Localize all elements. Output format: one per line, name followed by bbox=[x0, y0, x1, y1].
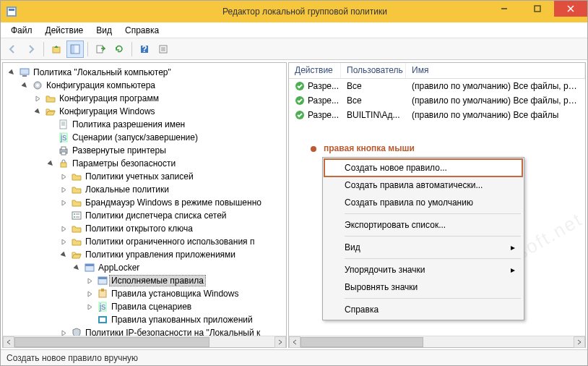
expand-icon[interactable] bbox=[33, 95, 42, 102]
help-button[interactable]: ? bbox=[136, 41, 153, 58]
collapse-icon[interactable] bbox=[46, 161, 55, 167]
tree-exe-rules[interactable]: Исполняемые правила bbox=[6, 274, 286, 287]
tree-label: Политики открытого ключа bbox=[85, 224, 193, 234]
list-row[interactable]: Разре...Все(правило по умолчанию) Все фа… bbox=[289, 79, 585, 93]
gear-icon bbox=[32, 80, 43, 91]
ctx-arrange[interactable]: Упорядочить значки▸ bbox=[324, 261, 522, 278]
expand-icon[interactable] bbox=[59, 239, 68, 245]
tree-label: Конфигурация компьютера bbox=[46, 80, 155, 90]
tree-applocker[interactable]: AppLocker bbox=[6, 261, 286, 274]
forward-button[interactable] bbox=[22, 41, 40, 58]
minimize-button[interactable] bbox=[488, 1, 521, 17]
expand-icon[interactable] bbox=[59, 226, 68, 232]
tree-label: Брандмауэр Windows в режиме повышенно bbox=[85, 197, 261, 208]
collapse-icon[interactable] bbox=[72, 265, 81, 271]
svg-rect-19 bbox=[22, 75, 27, 77]
tree-hscrollbar[interactable] bbox=[3, 336, 286, 347]
app-icon bbox=[1, 7, 22, 17]
export-button[interactable] bbox=[92, 41, 109, 58]
list-hscrollbar[interactable] bbox=[289, 336, 585, 347]
expand-icon[interactable] bbox=[59, 200, 68, 206]
msi-icon bbox=[97, 288, 108, 299]
properties-button[interactable] bbox=[155, 41, 172, 58]
collapse-icon[interactable] bbox=[59, 252, 68, 258]
maximize-button[interactable] bbox=[521, 1, 554, 17]
shield-icon bbox=[71, 327, 82, 336]
menu-file[interactable]: Файл bbox=[5, 24, 38, 37]
col-user[interactable]: Пользователь bbox=[341, 63, 406, 78]
menu-view[interactable]: Вид bbox=[90, 24, 118, 37]
tree-root[interactable]: Политика "Локальный компьютер" bbox=[6, 66, 286, 79]
tree-comp-conf[interactable]: Конфигурация компьютера bbox=[6, 79, 286, 92]
tree-sec[interactable]: Параметры безопасности bbox=[6, 157, 286, 170]
list-row[interactable]: Разре...BUILTIN\Ад...(правило по умолчан… bbox=[289, 108, 585, 122]
expand-icon[interactable] bbox=[85, 291, 94, 297]
close-button[interactable] bbox=[554, 1, 587, 17]
expand-icon[interactable] bbox=[59, 187, 68, 193]
scroll-left-button[interactable] bbox=[3, 336, 14, 348]
collapse-icon[interactable] bbox=[33, 108, 42, 115]
title-bar: Редактор локальной групповой политики bbox=[1, 1, 587, 22]
folder-icon bbox=[71, 236, 82, 247]
submenu-arrow-icon: ▸ bbox=[511, 265, 515, 275]
ctx-separator bbox=[345, 213, 521, 214]
refresh-button[interactable] bbox=[111, 41, 128, 58]
list-body[interactable]: Разре...Все(правило по умолчанию) Все фа… bbox=[289, 79, 585, 336]
ctx-export[interactable]: Экспортировать список... bbox=[324, 216, 522, 234]
svg-rect-8 bbox=[71, 45, 74, 54]
tree-pubkey[interactable]: Политики открытого ключа bbox=[6, 222, 286, 235]
tree-netlist[interactable]: Политики диспетчера списка сетей bbox=[6, 209, 286, 222]
tree-label: Конфигурация Windows bbox=[59, 106, 155, 116]
back-button[interactable] bbox=[4, 41, 21, 58]
col-name[interactable]: Имя bbox=[406, 63, 585, 78]
tree-label: Локальные политики bbox=[85, 184, 169, 195]
ctx-help[interactable]: Справка bbox=[324, 301, 522, 318]
tree-srp[interactable]: Политики ограниченного использования п bbox=[6, 235, 286, 248]
expand-icon[interactable] bbox=[59, 174, 68, 180]
tree-ipsec[interactable]: Политики IP-безопасности на "Локальный к bbox=[6, 326, 286, 336]
scroll-right-button[interactable] bbox=[274, 336, 286, 348]
scroll-right-button[interactable] bbox=[574, 336, 585, 348]
tree-printers[interactable]: Развернутые принтеры bbox=[6, 144, 286, 157]
expand-icon[interactable] bbox=[85, 278, 94, 284]
tree-pane: Политика "Локальный компьютер"Конфигурац… bbox=[2, 62, 287, 348]
list-row[interactable]: Разре...Все(правило по умолчанию) Все фа… bbox=[289, 93, 585, 108]
svg-rect-31 bbox=[61, 163, 66, 167]
collapse-icon[interactable] bbox=[7, 69, 16, 76]
folder-icon bbox=[71, 171, 82, 182]
tree-scripts[interactable]: jsСценарии (запуск/завершение) bbox=[6, 131, 286, 144]
ctx-new-rule[interactable]: Создать новое правило... bbox=[324, 159, 522, 176]
tree-msi-rules[interactable]: Правила установщика Windows bbox=[6, 287, 286, 300]
scroll-left-button[interactable] bbox=[289, 336, 301, 348]
svg-rect-46 bbox=[100, 318, 105, 322]
expand-icon[interactable] bbox=[85, 304, 94, 310]
tree-acct[interactable]: Политики учетных записей bbox=[6, 170, 286, 183]
col-action[interactable]: Действие bbox=[289, 63, 341, 78]
tree-local[interactable]: Локальные политики bbox=[6, 183, 286, 196]
tree-label: Политики IP-безопасности на "Локальный к bbox=[85, 328, 260, 336]
tree-appctrl[interactable]: Политики управления приложениями bbox=[6, 248, 286, 261]
collapse-icon[interactable] bbox=[20, 82, 29, 89]
menu-help[interactable]: Справка bbox=[119, 24, 165, 37]
tree-view[interactable]: Политика "Локальный компьютер"Конфигурац… bbox=[3, 63, 286, 336]
printer-icon bbox=[58, 145, 69, 156]
ctx-align[interactable]: Выровнять значки bbox=[324, 278, 522, 296]
netlist-icon bbox=[71, 210, 82, 221]
tree-packaged-rules[interactable]: Правила упакованных приложений bbox=[6, 313, 286, 326]
cell-user: Все bbox=[344, 81, 409, 91]
tree-fw[interactable]: Брандмауэр Windows в режиме повышенно bbox=[6, 196, 286, 209]
expand-icon[interactable] bbox=[59, 330, 68, 336]
context-menu: Создать новое правило... Создать правила… bbox=[322, 157, 524, 320]
tree-script-rules[interactable]: jsПравила сценариев bbox=[6, 300, 286, 313]
tree-prog-conf[interactable]: Конфигурация программ bbox=[6, 92, 286, 105]
menu-action[interactable]: Действие bbox=[40, 24, 90, 37]
show-hide-tree-button[interactable] bbox=[66, 41, 84, 58]
ctx-default-rules[interactable]: Создать правила по умолчанию bbox=[324, 194, 522, 211]
tree-name-res[interactable]: Политика разрешения имен bbox=[6, 118, 286, 131]
ctx-view[interactable]: Вид▸ bbox=[324, 239, 522, 256]
svg-rect-32 bbox=[72, 212, 81, 219]
script-icon: js bbox=[97, 301, 108, 312]
up-button[interactable] bbox=[48, 41, 65, 58]
tree-win-conf[interactable]: Конфигурация Windows bbox=[6, 105, 286, 118]
ctx-auto-rules[interactable]: Создать правила автоматически... bbox=[324, 176, 522, 194]
